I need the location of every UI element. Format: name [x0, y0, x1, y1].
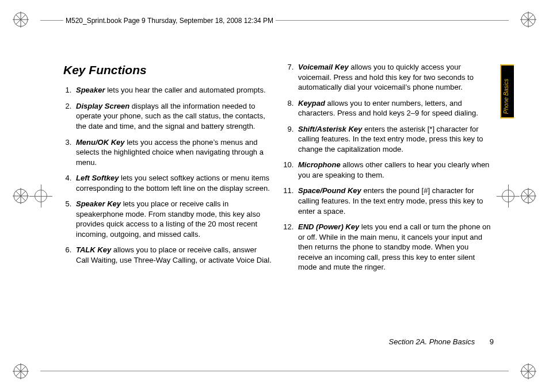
- list-item: Shift/Asterisk Key enters the asterisk […: [296, 124, 494, 155]
- list-item: Microphone allows other callers to hear …: [296, 160, 494, 180]
- key-functions-list-right: Voicemail Key allows you to quickly acce…: [285, 62, 494, 272]
- page-footer: Section 2A. Phone Basics 9: [389, 337, 494, 346]
- list-item: END (Power) Key lets you end a call or t…: [296, 222, 494, 272]
- footer-section: Section 2A. Phone Basics: [389, 337, 475, 346]
- section-tab-label: Phone Basics: [503, 79, 509, 114]
- list-item: Speaker lets you hear the caller and aut…: [74, 85, 272, 95]
- page-content: Key Functions Speaker lets you hear the …: [63, 62, 494, 346]
- key-functions-list-left: Speaker lets you hear the caller and aut…: [63, 85, 272, 265]
- list-item: Speaker Key lets you place or receive ca…: [74, 199, 272, 239]
- list-item: Keypad allows you to enter numbers, lett…: [296, 98, 494, 118]
- item-term: END (Power) Key: [298, 222, 359, 231]
- section-title: Key Functions: [63, 62, 272, 78]
- list-item: Menu/OK Key lets you access the phone’s …: [74, 137, 272, 168]
- registration-mark-icon: [520, 188, 536, 204]
- item-term: Space/Pound Key: [298, 186, 361, 195]
- item-term: Microphone: [298, 160, 341, 169]
- registration-mark-icon: [520, 363, 536, 379]
- page-number: 9: [490, 337, 494, 346]
- list-item: Voicemail Key allows you to quickly acce…: [296, 62, 494, 93]
- item-term: Shift/Asterisk Key: [298, 125, 362, 133]
- crosshair-icon: [502, 190, 514, 202]
- item-term: Speaker: [76, 86, 105, 94]
- item-term: Menu/OK Key: [76, 138, 125, 147]
- registration-mark-icon: [520, 11, 536, 28]
- item-desc: lets you hear the caller and automated p…: [105, 86, 266, 94]
- item-term: TALK Key: [76, 245, 111, 254]
- item-term: Keypad: [298, 99, 325, 107]
- list-item: Left Softkey lets you select softkey act…: [74, 173, 272, 193]
- item-desc: allows you to enter numbers, letters, an…: [298, 99, 478, 118]
- item-term: Voicemail Key: [298, 63, 349, 71]
- list-item: Display Screen displays all the informat…: [74, 101, 272, 132]
- column-right: Voicemail Key allows you to quickly acce…: [285, 62, 494, 346]
- registration-mark-icon: [13, 188, 29, 204]
- item-term: Speaker Key: [76, 199, 121, 208]
- list-item: Space/Pound Key enters the pound [#] cha…: [296, 186, 494, 216]
- registration-mark-icon: [13, 11, 29, 28]
- item-term: Left Softkey: [76, 174, 119, 182]
- footer-rule: [40, 371, 509, 371]
- list-item: TALK Key allows you to place or receive …: [74, 245, 272, 265]
- item-term: Display Screen: [76, 102, 129, 110]
- print-header: M520_Sprint.book Page 9 Thursday, Septem…: [63, 17, 276, 25]
- crosshair-icon: [35, 190, 47, 202]
- registration-mark-icon: [13, 363, 29, 379]
- column-left: Key Functions Speaker lets you hear the …: [63, 62, 272, 346]
- section-tab: Phone Basics: [500, 64, 514, 118]
